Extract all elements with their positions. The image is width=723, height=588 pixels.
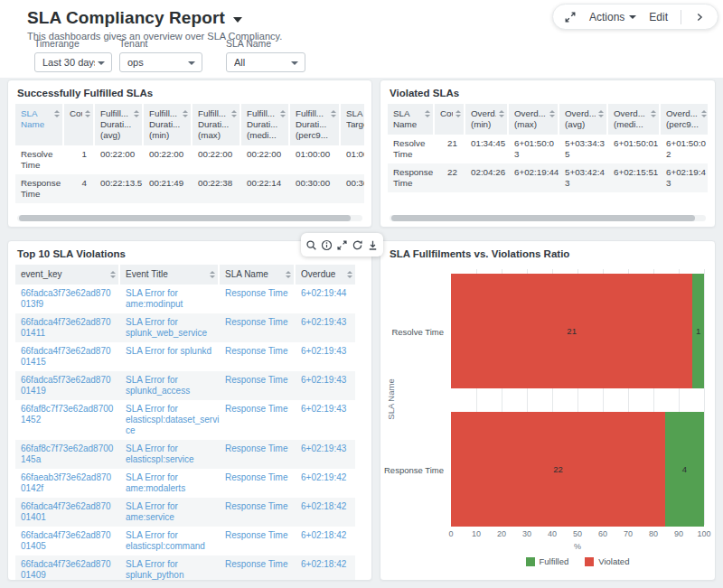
sort-icon[interactable]: [54, 108, 60, 117]
column-header-count[interactable]: Count: [64, 104, 95, 145]
segment-fulfilled[interactable]: 4: [665, 412, 704, 527]
column-header-sla[interactable]: SLA Name: [15, 104, 64, 145]
column-header-overd-[interactable]: Overd... (min): [465, 104, 509, 135]
refresh-icon[interactable]: [350, 234, 365, 256]
sort-icon[interactable]: [455, 108, 461, 117]
table-cell-link[interactable]: SLA Error for ame:modalerts: [120, 469, 220, 498]
table-cell-link[interactable]: Response Time: [220, 498, 296, 527]
horizontal-scrollbar[interactable]: [390, 215, 706, 221]
segment-fulfilled[interactable]: 1: [692, 274, 704, 388]
table-cell-link[interactable]: 6+02:18:42: [296, 527, 355, 555]
sort-icon[interactable]: [651, 108, 656, 117]
sort-icon[interactable]: [286, 269, 291, 278]
legend-item-fulfilled[interactable]: Fulfilled: [526, 556, 569, 566]
table-cell-link[interactable]: 6+02:18:42: [296, 555, 355, 580]
column-header-fulfill-[interactable]: Fulfill... Durati... (perc9...: [290, 104, 341, 145]
sort-icon[interactable]: [331, 108, 336, 117]
info-icon[interactable]: [319, 234, 334, 256]
caret-down-icon[interactable]: [233, 17, 242, 23]
column-header-event-title[interactable]: Event Title: [120, 265, 220, 285]
tenant-dropdown[interactable]: ops: [119, 52, 202, 72]
segment-violated[interactable]: 22: [451, 412, 665, 527]
chevron-right-icon[interactable]: [694, 12, 705, 23]
sort-icon[interactable]: [134, 108, 139, 117]
sort-icon[interactable]: [347, 269, 352, 278]
table-cell-link[interactable]: 66faeab3f73e62ad870 0142f: [15, 469, 120, 498]
table-cell-link[interactable]: SLA Error for splunk_web_service: [120, 313, 220, 342]
column-header-overd-[interactable]: Overd... (avg): [559, 104, 608, 135]
timerange-dropdown[interactable]: Last 30 days: [34, 52, 112, 72]
table-cell-link[interactable]: SLA Error for elasticspl:command: [120, 527, 220, 555]
table-cell-link[interactable]: 6+02:19:42: [296, 469, 355, 498]
table-cell-link[interactable]: SLA Error for splunkd_access: [120, 371, 220, 400]
fullscreen-icon[interactable]: [564, 11, 577, 23]
table-cell-link[interactable]: Response Time: [220, 342, 296, 371]
search-icon[interactable]: [304, 234, 319, 256]
column-header-sla[interactable]: SLA Targe: [341, 104, 364, 145]
sort-icon[interactable]: [598, 108, 604, 117]
table-cell-link[interactable]: Response Time: [220, 371, 296, 400]
horizontal-scrollbar[interactable]: [17, 215, 362, 221]
sort-icon[interactable]: [280, 108, 286, 117]
table-cell-link[interactable]: SLA Error for ame:modinput: [120, 285, 220, 313]
sort-icon[interactable]: [499, 108, 504, 117]
actions-button[interactable]: Actions: [589, 11, 636, 23]
table-cell-link[interactable]: 66fadca3f73e62ad870 013f9: [15, 285, 120, 313]
table-cell-link[interactable]: 6+02:19:44: [296, 285, 355, 313]
table-cell-link[interactable]: SLA Error for elasticspl:dataset_servi c…: [120, 400, 220, 440]
scrollbar-thumb[interactable]: [391, 215, 695, 221]
table-cell-link[interactable]: 66fadca5f73e62ad870 01419: [15, 371, 120, 400]
table-cell-link[interactable]: Response Time: [220, 527, 296, 555]
table-cell-link[interactable]: 66fadca4f73e62ad870 01401: [15, 498, 120, 527]
column-header-fulfill-[interactable]: Fulfill... Durati... (avg): [95, 104, 144, 145]
table-cell-link[interactable]: 6+02:19:43: [296, 313, 355, 342]
table-cell-link[interactable]: 6+02:19:43: [296, 371, 355, 400]
table-cell-link[interactable]: 66faf8c7f73e62ad8700 1452: [15, 400, 120, 440]
edit-button[interactable]: Edit: [649, 11, 668, 23]
column-header-overdue[interactable]: Overdue: [296, 265, 355, 285]
table-cell-link[interactable]: 66faf8c7f73e62ad8700 145a: [15, 440, 120, 469]
segment-violated[interactable]: 21: [451, 274, 692, 388]
sort-icon[interactable]: [210, 269, 215, 278]
scrollbar-thumb[interactable]: [19, 215, 351, 221]
table-cell-link[interactable]: 66fadca4f73e62ad870 01409: [15, 555, 120, 580]
table-cell-link[interactable]: 6+02:19:43: [296, 440, 355, 469]
column-header-fulfill-[interactable]: Fulfill... Durati... (medi...: [241, 104, 290, 145]
table-cell-link[interactable]: Response Time: [220, 313, 296, 342]
table-cell-link[interactable]: Response Time: [220, 440, 296, 469]
table-cell-link[interactable]: 6+02:19:43: [296, 342, 355, 371]
sort-icon[interactable]: [425, 108, 430, 117]
table-cell-link[interactable]: 66fadca4f73e62ad870 01415: [15, 342, 120, 371]
table-cell-link[interactable]: SLA Error for ame:service: [120, 498, 220, 527]
table-cell-link[interactable]: Response Time: [220, 469, 296, 498]
sort-icon[interactable]: [231, 108, 237, 117]
column-header-sla-name[interactable]: SLA Name: [220, 265, 296, 285]
column-header-overd-[interactable]: Overd... (max): [509, 104, 559, 135]
table-cell-link[interactable]: 66fadca4f73e62ad870 01405: [15, 527, 120, 555]
sort-icon[interactable]: [549, 108, 555, 117]
column-header-event-key[interactable]: event_key: [15, 265, 120, 285]
table-cell-link[interactable]: SLA Error for elasticspl:service: [120, 440, 220, 469]
sort-icon[interactable]: [85, 108, 90, 117]
column-header-fulfill-[interactable]: Fulfill... Durati... (min): [144, 104, 192, 145]
sort-icon[interactable]: [701, 108, 707, 117]
column-header-sla[interactable]: SLA Name: [388, 104, 435, 135]
table-cell-link[interactable]: SLA Error for splunkd: [120, 342, 220, 371]
column-header-overd-[interactable]: Overd... (perc9...: [661, 104, 708, 135]
table-cell-link[interactable]: 6+02:18:42: [296, 498, 355, 527]
column-header-count[interactable]: Count: [435, 104, 465, 135]
expand-icon[interactable]: [334, 234, 350, 256]
table-cell-link[interactable]: Response Time: [220, 555, 296, 580]
sla-name-dropdown[interactable]: All: [226, 52, 305, 72]
download-icon[interactable]: [365, 234, 380, 256]
column-header-fulfill-[interactable]: Fulfill... Durati... (max): [192, 104, 241, 145]
table-cell-link[interactable]: Response Time: [220, 400, 296, 440]
table-cell-link[interactable]: SLA Error for splunk_python: [120, 555, 220, 580]
legend-item-violated[interactable]: Violated: [585, 556, 629, 566]
sort-icon[interactable]: [183, 108, 188, 117]
table-cell-link[interactable]: 66fadca4f73e62ad870 01411: [15, 313, 120, 342]
sort-icon[interactable]: [110, 269, 116, 278]
table-cell-link[interactable]: 6+02:19:43: [296, 400, 355, 440]
table-cell-link[interactable]: Response Time: [220, 285, 296, 313]
column-header-overd-[interactable]: Overd... (medi...: [608, 104, 661, 135]
